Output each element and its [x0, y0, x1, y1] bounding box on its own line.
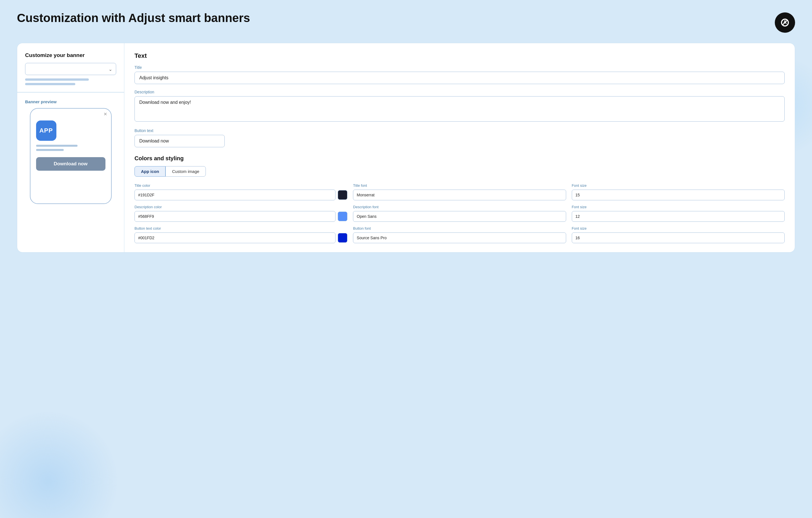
- title-input[interactable]: [135, 72, 785, 84]
- dropdown-row: Option 1 Option 2 Option 3 ⌄: [25, 63, 116, 75]
- btn-size-input[interactable]: [572, 233, 785, 243]
- desc-size-label: Font size: [572, 205, 785, 209]
- description-input[interactable]: Download now and enjoy!: [135, 96, 785, 121]
- title-size-field: Font size: [572, 183, 785, 200]
- title-color-field: Title color: [135, 183, 347, 200]
- desc-font-field: Description font: [353, 205, 566, 222]
- btn-font-label: Button font: [353, 226, 566, 230]
- logo-icon: A: [779, 16, 791, 29]
- description-field-label: Description: [135, 90, 785, 94]
- skeleton-line-1: [25, 78, 89, 81]
- btn-color-field: Button text color: [135, 226, 347, 243]
- title-color-label: Title color: [135, 183, 347, 188]
- btn-color-swatch[interactable]: [338, 233, 347, 243]
- title-color-input[interactable]: [135, 190, 336, 200]
- title-field-group: Title: [135, 65, 785, 84]
- skeleton-lines: [25, 78, 116, 85]
- title-field-label: Title: [135, 65, 785, 70]
- title-font-input[interactable]: [353, 190, 566, 200]
- panel-divider: [17, 92, 124, 92]
- desc-color-input[interactable]: [135, 211, 336, 222]
- main-card: Customize your banner Option 1 Option 2 …: [17, 43, 795, 252]
- desc-size-field: Font size: [572, 205, 785, 222]
- btn-font-input[interactable]: [353, 233, 566, 243]
- right-panel: Text Title Description Download now and …: [124, 43, 795, 252]
- tab-app-icon[interactable]: App icon: [135, 166, 166, 176]
- button-text-field-group: Button text: [135, 128, 785, 147]
- desc-font-input[interactable]: [353, 211, 566, 222]
- desc-color-field: Description color: [135, 205, 347, 222]
- phone-mockup: ✕ APP Download now: [30, 108, 112, 204]
- banner-preview-section: Banner preview ✕ APP Download now: [25, 99, 116, 204]
- title-color-swatch[interactable]: [338, 190, 347, 200]
- title-color-input-row: [135, 190, 347, 200]
- download-button-preview[interactable]: Download now: [36, 157, 106, 171]
- page-title: Customization with Adjust smart banners: [17, 11, 250, 25]
- title-size-label: Font size: [572, 183, 785, 188]
- adjust-logo: A: [775, 12, 795, 33]
- text-section-heading: Text: [135, 52, 785, 59]
- app-icon-box: APP: [36, 120, 56, 141]
- desc-font-label: Description font: [353, 205, 566, 209]
- customize-section: Customize your banner Option 1 Option 2 …: [25, 52, 116, 85]
- btn-color-input[interactable]: [135, 233, 336, 243]
- phone-text-lines: [36, 145, 106, 151]
- button-text-input[interactable]: [135, 135, 225, 147]
- desc-size-input[interactable]: [572, 211, 785, 222]
- btn-color-input-row: [135, 233, 347, 243]
- title-size-input[interactable]: [572, 190, 785, 200]
- title-font-field: Title font: [353, 183, 566, 200]
- phone-body: APP Download now: [36, 114, 106, 171]
- close-icon[interactable]: ✕: [104, 111, 107, 117]
- customize-label: Customize your banner: [25, 52, 116, 58]
- colors-section-heading: Colors and styling: [135, 155, 785, 162]
- banner-dropdown[interactable]: Option 1 Option 2 Option 3: [25, 63, 116, 75]
- btn-size-field: Font size: [572, 226, 785, 243]
- page-header: Customization with Adjust smart banners …: [17, 11, 795, 33]
- phone-text-line-2: [36, 149, 64, 151]
- btn-color-label: Button text color: [135, 226, 347, 230]
- left-panel: Customize your banner Option 1 Option 2 …: [17, 43, 124, 252]
- desc-color-swatch[interactable]: [338, 212, 347, 221]
- btn-size-label: Font size: [572, 226, 785, 230]
- phone-text-line-1: [36, 145, 78, 147]
- tab-custom-image[interactable]: Custom image: [166, 166, 206, 176]
- banner-preview-label: Banner preview: [25, 99, 116, 104]
- svg-text:A: A: [783, 20, 787, 25]
- desc-color-input-row: [135, 211, 347, 222]
- skeleton-line-2: [25, 83, 75, 85]
- style-grid: Title color Title font Font size Descrip…: [135, 183, 785, 243]
- image-tab-group: App icon Custom image: [135, 166, 785, 176]
- description-field-group: Description Download now and enjoy!: [135, 90, 785, 123]
- button-text-label: Button text: [135, 128, 785, 133]
- btn-font-field: Button font: [353, 226, 566, 243]
- desc-color-label: Description color: [135, 205, 347, 209]
- title-font-label: Title font: [353, 183, 566, 188]
